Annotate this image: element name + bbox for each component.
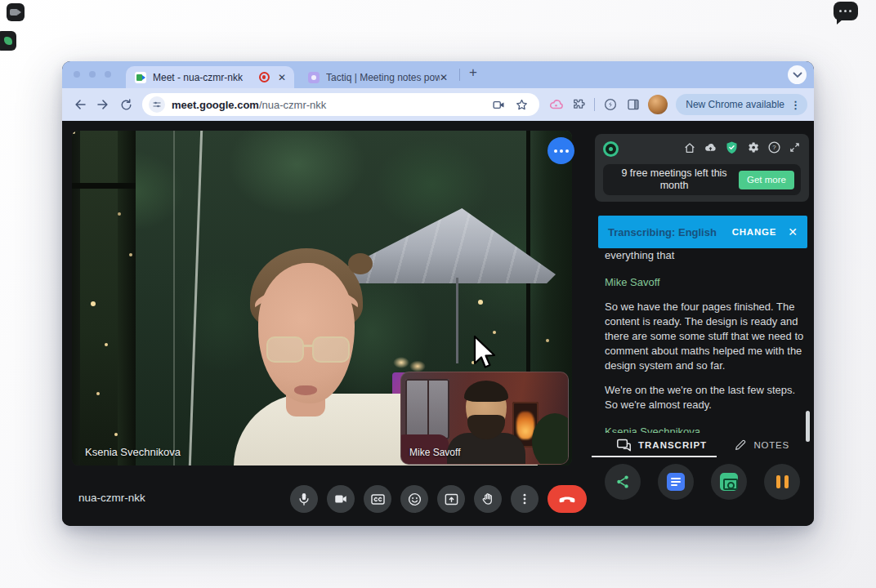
captions-button[interactable] [364,485,391,513]
new-tab-button[interactable]: + [469,65,477,81]
chrome-update-label: New Chrome available [686,99,784,110]
transcript-panel[interactable]: everything that Mike Savoff So we have t… [605,243,807,433]
chrome-update-button[interactable]: New Chrome available ⋮ [676,94,807,115]
recording-indicator-icon [259,72,270,82]
screenshot-button[interactable] [711,464,747,500]
tab-capture-icon[interactable] [487,93,510,116]
url-path: /nua-czmr-nkk [259,99,326,111]
window-controls[interactable] [74,71,111,78]
reactions-button[interactable] [400,485,428,513]
door-frame [173,131,175,466]
tactiq-tabbar: TRANSCRIPT NOTES [592,434,809,456]
tab-transcript[interactable]: TRANSCRIPT [616,439,707,452]
close-tab-icon[interactable]: ✕ [440,72,448,83]
tab-title: Tactiq | Meeting notes powe [326,72,440,83]
tactiq-action-bar [605,464,800,500]
extensions-puzzle-icon[interactable] [567,93,590,116]
close-banner-icon[interactable]: ✕ [788,225,798,238]
url-text: meet.google.com/nua-czmr-nkk [172,99,487,111]
transcript-scrollbar[interactable] [806,411,810,442]
screenshot-camera-icon [720,473,738,491]
get-more-button[interactable]: Get more [739,171,794,189]
pause-icon [776,475,789,488]
url-host: meet.google.com [172,99,259,111]
help-icon[interactable]: ? [767,140,781,158]
change-language-button[interactable]: CHANGE [732,227,777,237]
green-leaf-badge-icon [0,31,16,51]
string-lights [72,131,75,134]
tactiq-header-panel: ? 9 free meetings left this month Get mo… [595,134,809,202]
present-screen-button[interactable] [437,485,465,513]
cloud-upload-icon[interactable] [704,140,717,158]
pencil-icon [734,439,747,452]
desktop-background: Meet - nua-czmr-nkk ✕ Tactiq | Meeting n… [0,0,876,588]
end-call-button[interactable] [548,485,587,513]
transcript-text: So we have the four pages finished. The … [605,300,807,373]
transcript-speaker: Ksenia Svechnikova [605,425,807,433]
share-button[interactable] [605,464,641,500]
glasses [266,336,351,364]
meeting-code: nua-czmr-nkk [78,492,145,504]
toolbar-divider [594,98,595,111]
active-tab-underline [592,456,717,457]
svg-text:?: ? [772,144,776,151]
reload-icon[interactable] [114,93,137,116]
google-docs-button[interactable] [658,464,694,500]
browser-window: Meet - nua-czmr-nkk ✕ Tactiq | Meeting n… [62,61,814,526]
tab-notes[interactable]: NOTES [734,439,789,452]
transcript-text: We're on the we're on the last few steps… [605,383,807,412]
pip-participant-hair [464,381,508,402]
browser-menu-icon[interactable]: ⋮ [790,99,801,111]
main-video-tile[interactable]: Ksenia Svechnikova Mike Savoff [72,131,572,466]
tactiq-favicon-icon [308,72,320,83]
mouth [294,385,317,395]
window-backdrop [405,379,449,439]
docs-icon [667,473,685,491]
tab-meet[interactable]: Meet - nua-czmr-nkk ✕ [126,66,294,88]
tab-strip: Meet - nua-czmr-nkk ✕ Tactiq | Meeting n… [62,61,814,88]
meet-page: Ksenia Svechnikova Mike Savoff [62,121,814,526]
recorder-badge-icon [7,3,25,21]
meet-favicon-icon [135,72,146,83]
tab-divider [459,69,460,81]
transcribing-status: Transcribing: English [608,226,717,238]
microphone-button[interactable] [290,485,318,513]
pip-video-tile[interactable]: Mike Savoff [400,372,569,465]
umbrella-pole [456,278,458,363]
participant-name-label: Ksenia Svechnikova [85,446,181,458]
chat-bubble-badge-icon [834,2,858,20]
raise-hand-button[interactable] [474,485,502,513]
tab-search-chevron-icon[interactable] [788,65,807,84]
quota-card: 9 free meetings left this month Get more [603,164,801,195]
shield-check-icon[interactable] [725,140,739,158]
site-settings-icon[interactable] [149,96,165,113]
expand-icon[interactable] [789,141,801,157]
browser-toolbar: meet.google.com/nua-czmr-nkk [62,88,814,121]
meet-controls [290,485,587,513]
close-tab-icon[interactable]: ✕ [278,72,286,83]
more-options-button[interactable] [511,485,539,513]
profile-avatar[interactable] [648,95,668,114]
transcript-speaker: Mike Savoff [605,275,807,290]
address-bar[interactable]: meet.google.com/nua-czmr-nkk [142,93,539,116]
door-panel [72,131,136,466]
settings-gear-icon[interactable] [746,140,760,158]
quota-text: 9 free meetings left this month [610,167,739,192]
pip-name-label: Mike Savoff [409,447,460,458]
chat-dots-bubble[interactable] [548,137,574,164]
tactiq-logo-icon [603,141,619,157]
tab-title: Meet - nua-czmr-nkk [153,72,259,83]
transcript-text: everything that [605,248,807,263]
reading-list-icon[interactable] [622,93,645,116]
bookmark-star-icon[interactable] [510,93,533,116]
hair-bun [348,253,373,274]
home-icon[interactable] [683,141,696,158]
pause-button[interactable] [764,464,800,500]
forward-icon[interactable] [92,93,114,116]
pink-extension-icon[interactable] [544,93,567,116]
camera-button[interactable] [327,485,355,513]
mouse-cursor [472,335,497,371]
tab-tactiq[interactable]: Tactiq | Meeting notes powe ✕ [299,66,456,88]
back-icon[interactable] [69,93,92,116]
performance-icon[interactable] [599,93,622,116]
